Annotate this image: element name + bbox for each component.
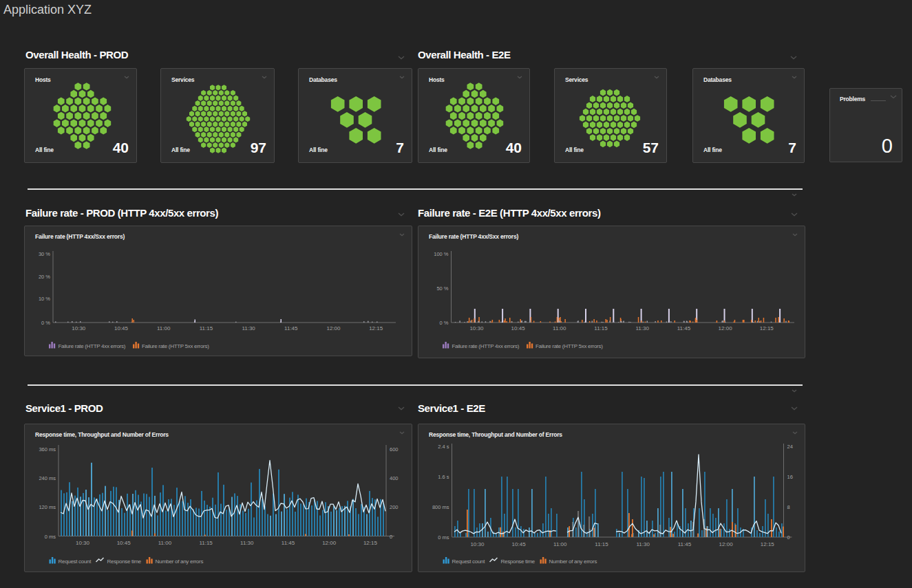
svg-text:11:30: 11:30 (240, 540, 254, 546)
svg-text:Failure rate (HTTP 5xx errors): Failure rate (HTTP 5xx errors) (535, 343, 603, 349)
svg-text:0: 0 (390, 534, 392, 540)
svg-text:10:45: 10:45 (512, 541, 527, 547)
svg-text:12:00: 12:00 (719, 541, 734, 547)
svg-text:11:45: 11:45 (282, 540, 295, 546)
svg-text:30 %: 30 % (39, 251, 50, 257)
svg-text:Response time: Response time (107, 558, 142, 565)
svg-text:120 ms: 120 ms (39, 504, 56, 510)
svg-text:11:00: 11:00 (158, 540, 172, 546)
svg-text:2.4 s: 2.4 s (438, 444, 449, 450)
svg-text:0 %: 0 % (41, 320, 50, 326)
svg-text:Request count: Request count (59, 558, 92, 565)
svg-text:16: 16 (787, 474, 793, 480)
svg-text:Failure rate (HTTP 5xx errors): Failure rate (HTTP 5xx errors) (142, 343, 209, 349)
svg-text:0 ms: 0 ms (438, 534, 449, 541)
svg-text:11:30: 11:30 (242, 325, 255, 331)
svg-text:0 %: 0 % (440, 320, 449, 326)
svg-text:10 %: 10 % (39, 296, 50, 302)
svg-text:0 ms: 0 ms (45, 534, 56, 540)
svg-text:100 %: 100 % (434, 251, 449, 257)
svg-text:11:00: 11:00 (553, 541, 567, 547)
svg-text:800 ms: 800 ms (432, 504, 449, 510)
svg-text:11:30: 11:30 (636, 541, 650, 547)
svg-text:11:00: 11:00 (553, 325, 566, 331)
svg-text:10:30: 10:30 (469, 325, 484, 331)
svg-text:Failure rate (HTTP 4xx errors): Failure rate (HTTP 4xx errors) (452, 343, 520, 349)
svg-text:12:15: 12:15 (363, 540, 378, 546)
svg-text:24: 24 (787, 444, 793, 450)
svg-text:11:45: 11:45 (284, 325, 298, 331)
svg-text:11:15: 11:15 (199, 540, 213, 546)
svg-text:11:45: 11:45 (678, 541, 692, 547)
svg-text:10:45: 10:45 (511, 325, 526, 331)
svg-text:11:15: 11:15 (595, 541, 608, 547)
svg-text:11:00: 11:00 (157, 325, 171, 331)
svg-text:10:45: 10:45 (114, 325, 129, 331)
svg-text:50 %: 50 % (436, 285, 448, 292)
svg-text:11:30: 11:30 (635, 325, 649, 331)
svg-text:600: 600 (390, 446, 399, 453)
svg-text:Failure rate (HTTP 4xx errors): Failure rate (HTTP 4xx errors) (59, 343, 126, 349)
svg-text:Number of any errors: Number of any errors (156, 558, 204, 565)
svg-text:360 ms: 360 ms (39, 446, 56, 453)
svg-text:10:45: 10:45 (117, 540, 131, 546)
svg-text:11:15: 11:15 (200, 325, 213, 331)
svg-text:Request count: Request count (452, 558, 486, 565)
svg-text:0: 0 (787, 534, 790, 541)
svg-text:12:00: 12:00 (326, 325, 341, 331)
svg-text:10:30: 10:30 (470, 541, 485, 547)
svg-text:10:30: 10:30 (76, 540, 90, 546)
svg-text:12:15: 12:15 (760, 325, 774, 331)
svg-text:10:30: 10:30 (72, 325, 86, 331)
svg-text:11:15: 11:15 (594, 325, 608, 331)
svg-text:1.6 s: 1.6 s (438, 474, 449, 480)
svg-text:12:15: 12:15 (369, 325, 383, 331)
svg-text:200: 200 (390, 504, 399, 510)
svg-text:20 %: 20 % (39, 274, 50, 280)
svg-text:11:45: 11:45 (677, 325, 691, 331)
svg-text:Response time: Response time (501, 558, 535, 565)
svg-text:8: 8 (787, 504, 790, 510)
svg-text:12:00: 12:00 (322, 540, 337, 546)
svg-text:400: 400 (390, 475, 399, 481)
svg-text:12:15: 12:15 (761, 541, 775, 547)
svg-text:12:00: 12:00 (719, 325, 733, 331)
svg-text:240 ms: 240 ms (39, 475, 56, 481)
svg-text:Number of any errors: Number of any errors (549, 558, 597, 565)
